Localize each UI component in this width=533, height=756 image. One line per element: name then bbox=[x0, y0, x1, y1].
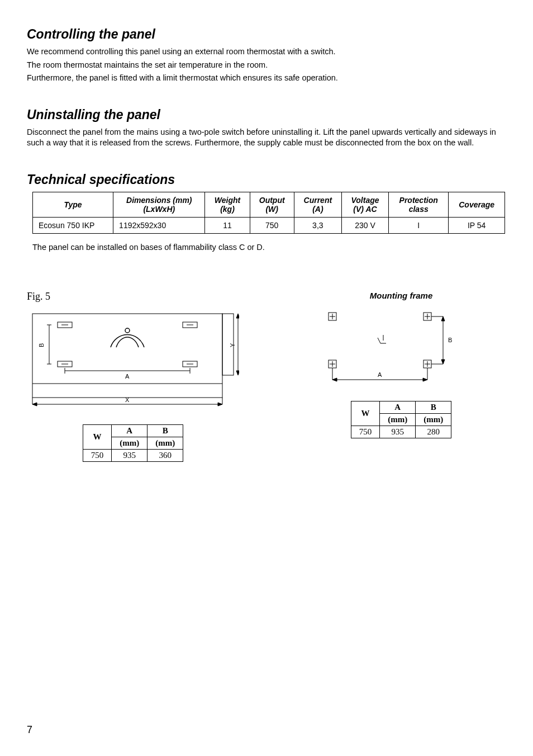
th-text: Output bbox=[259, 196, 285, 205]
th-b: B bbox=[416, 401, 451, 413]
th-output: Output (W) bbox=[250, 192, 294, 217]
th-text: Dimensions (mm) bbox=[126, 196, 192, 205]
table-row: Ecosun 750 IKP 1192x592x30 11 750 3,3 23… bbox=[33, 217, 505, 233]
svg-marker-15 bbox=[236, 371, 239, 375]
td-dim: 1192x592x30 bbox=[113, 217, 205, 233]
svg-marker-45 bbox=[441, 360, 445, 364]
dim-a-label: A bbox=[125, 373, 130, 380]
section-uninstalling: Uninstalling the panel Disconnect the pa… bbox=[27, 107, 499, 149]
th-text: (LxWxH) bbox=[143, 205, 175, 214]
dim-a-label: A bbox=[378, 371, 382, 378]
svg-marker-40 bbox=[423, 378, 427, 381]
svg-marker-22 bbox=[218, 403, 222, 406]
frame-wab-table: W A B (mm) (mm) 750 935 280 bbox=[351, 401, 451, 438]
th-a: A bbox=[112, 424, 147, 437]
th-weight: Weight (kg) bbox=[205, 192, 250, 217]
th-coverage: Coverage bbox=[449, 192, 505, 217]
th-type: Type bbox=[33, 192, 113, 217]
th-b-unit: (mm) bbox=[147, 437, 183, 449]
table-row: 750 935 360 bbox=[83, 449, 183, 461]
fig5-wab-table: W A B (mm) (mm) 750 935 360 bbox=[83, 424, 183, 462]
table-header-row: W A B bbox=[351, 401, 451, 413]
heading-tech: Technical specifications bbox=[27, 172, 499, 187]
th-text: (A) bbox=[312, 205, 323, 214]
section-tech: Technical specifications Type Dimensions… bbox=[27, 172, 499, 252]
th-text: class bbox=[409, 205, 429, 214]
td-type: Ecosun 750 IKP bbox=[33, 217, 113, 233]
svg-marker-21 bbox=[32, 403, 37, 406]
th-b: B bbox=[147, 424, 183, 437]
mounting-frame-diagram: A B bbox=[317, 307, 463, 396]
td-a: 935 bbox=[112, 449, 147, 461]
td-current: 3,3 bbox=[294, 217, 341, 233]
section-controlling: Controlling the panel We recommend contr… bbox=[27, 27, 499, 84]
th-w: W bbox=[83, 424, 112, 449]
figures-row: Fig. 5 B bbox=[27, 291, 499, 462]
td-b: 360 bbox=[147, 449, 183, 461]
td-a: 935 bbox=[380, 426, 416, 438]
th-a-unit: (mm) bbox=[112, 437, 147, 449]
th-text: Protection bbox=[399, 196, 438, 205]
para: Disconnect the panel from the mains usin… bbox=[27, 127, 499, 149]
heading-uninstalling: Uninstalling the panel bbox=[27, 107, 499, 122]
th-text: (W) bbox=[265, 205, 278, 214]
table-row: 750 935 280 bbox=[351, 426, 451, 438]
td-volt: 230 V bbox=[341, 217, 388, 233]
page-number: 7 bbox=[27, 724, 32, 736]
th-text: (kg) bbox=[220, 205, 235, 214]
figure-mounting-frame: Mounting frame bbox=[317, 291, 485, 438]
svg-point-25 bbox=[125, 328, 130, 333]
dim-x-label: X bbox=[125, 396, 130, 403]
para: The room thermostat maintains the set ai… bbox=[27, 60, 499, 71]
svg-marker-14 bbox=[236, 314, 239, 318]
td-weight: 11 bbox=[205, 217, 250, 233]
para: We recommend controlling this panel usin… bbox=[27, 46, 499, 58]
th-text: (V) AC bbox=[353, 205, 377, 214]
dim-y-label: Y bbox=[229, 343, 236, 347]
svg-marker-44 bbox=[441, 316, 445, 321]
figure-5-diagram: B Y A bbox=[27, 308, 239, 420]
td-w: 750 bbox=[351, 426, 380, 438]
td-b: 280 bbox=[416, 426, 451, 438]
th-volt: Voltage (V) AC bbox=[341, 192, 388, 217]
table-header-row: Type Dimensions (mm) (LxWxH) Weight (kg)… bbox=[33, 192, 505, 217]
dim-b-label: B bbox=[448, 337, 452, 343]
th-prot: Protection class bbox=[389, 192, 449, 217]
spec-table: Type Dimensions (mm) (LxWxH) Weight (kg)… bbox=[32, 192, 505, 234]
th-a: A bbox=[380, 401, 416, 413]
th-a-unit: (mm) bbox=[380, 413, 416, 426]
th-text: Weight bbox=[215, 196, 240, 205]
td-w: 750 bbox=[83, 449, 112, 461]
svg-marker-39 bbox=[332, 378, 337, 381]
td-output: 750 bbox=[250, 217, 294, 233]
mounting-frame-title: Mounting frame bbox=[317, 291, 485, 300]
th-w: W bbox=[351, 401, 380, 426]
para: Furthermore, the panel is fitted with a … bbox=[27, 73, 499, 84]
td-prot: I bbox=[389, 217, 449, 233]
heading-controlling: Controlling the panel bbox=[27, 27, 499, 42]
svg-rect-0 bbox=[32, 314, 222, 398]
th-text: Current bbox=[304, 196, 332, 205]
th-current: Current (A) bbox=[294, 192, 341, 217]
table-header-row: W A B bbox=[83, 424, 183, 437]
th-text: Voltage bbox=[351, 196, 379, 205]
th-dim: Dimensions (mm) (LxWxH) bbox=[113, 192, 205, 217]
figure-5-label: Fig. 5 bbox=[27, 291, 239, 303]
figure-5: Fig. 5 B bbox=[27, 291, 239, 462]
th-b-unit: (mm) bbox=[416, 413, 451, 426]
spec-note: The panel can be installed on bases of f… bbox=[32, 243, 499, 252]
td-coverage: IP 54 bbox=[449, 217, 505, 233]
dim-b-label: B bbox=[38, 343, 45, 347]
